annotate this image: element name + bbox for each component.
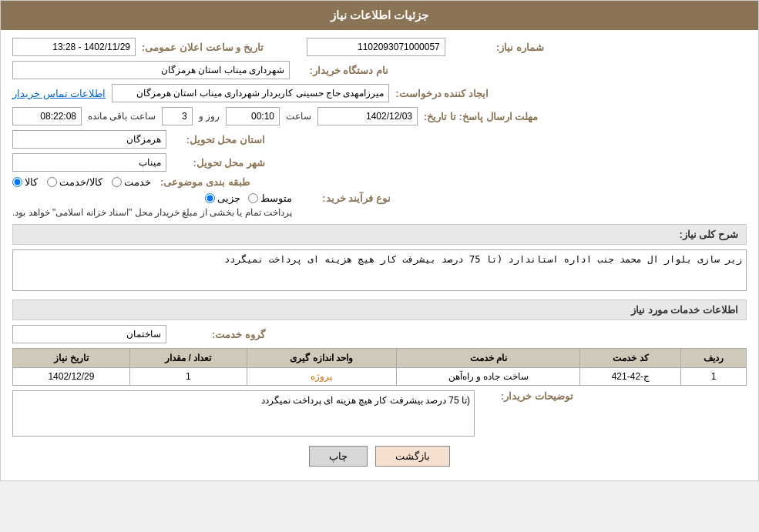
cell-name: ساخت جاده و راه‌آهن bbox=[397, 368, 580, 386]
print-button[interactable]: چاپ bbox=[309, 446, 368, 467]
purchase-type-label: نوع فرآیند خرید: bbox=[298, 192, 391, 204]
remaining-input[interactable] bbox=[12, 107, 82, 125]
purchase-minor-label: جزیی bbox=[217, 192, 240, 204]
category-label: طبقه بندی موضوعی: bbox=[157, 176, 250, 188]
buyer-org-label: نام دستگاه خریدار: bbox=[296, 65, 388, 76]
buttons-row: بازگشت چاپ bbox=[12, 446, 747, 467]
creator-label: ایجاد کننده درخواست: bbox=[395, 88, 489, 99]
deadline-hour-input[interactable] bbox=[226, 107, 280, 125]
col-header-unit: واحد اندازه گیری bbox=[247, 349, 396, 368]
table-row: 1 ج-42-421 ساخت جاده و راه‌آهن پروژه 1 1… bbox=[13, 368, 747, 386]
purchase-type-minor[interactable]: جزیی bbox=[205, 192, 240, 204]
purchase-type-partial[interactable]: متوسط bbox=[248, 192, 292, 204]
col-header-date: تاریخ نیاز bbox=[13, 349, 130, 368]
services-section-title: اطلاعات خدمات مورد نیاز bbox=[12, 299, 747, 320]
buyer-note-text: (تا 75 درصد بیشرفت کار هیچ هزینه ای پردا… bbox=[261, 395, 470, 406]
category-radio-service-input[interactable] bbox=[112, 177, 122, 187]
need-number-label: شماره نیاز: bbox=[452, 42, 544, 53]
page-header: جزئیات اطلاعات نیاز bbox=[1, 1, 758, 30]
services-table: ردیف کد خدمت نام خدمت واحد اندازه گیری ت… bbox=[12, 348, 747, 386]
page-title: جزئیات اطلاعات نیاز bbox=[331, 8, 428, 22]
col-header-code: کد خدمت bbox=[580, 349, 681, 368]
category-radio-group: خدمت کالا/خدمت کالا bbox=[12, 176, 151, 188]
deadline-label: مهلت ارسال پاسخ: تا تاریخ: bbox=[424, 111, 538, 122]
buyer-note-box: (تا 75 درصد بیشرفت کار هیچ هزینه ای پردا… bbox=[12, 390, 475, 437]
cell-qty: 1 bbox=[129, 368, 247, 386]
cell-date: 1402/12/29 bbox=[13, 368, 130, 386]
category-goods-service-label: کالا/خدمت bbox=[59, 176, 102, 188]
category-radio-goods[interactable]: کالا bbox=[12, 176, 38, 188]
category-goods-label: کالا bbox=[25, 176, 38, 188]
city-input[interactable] bbox=[12, 153, 166, 172]
category-radio-goods-service[interactable]: کالا/خدمت bbox=[47, 176, 102, 188]
need-desc-textarea[interactable]: زیر سازی بلوار ال محمد جنب اداره استاندا… bbox=[12, 249, 747, 291]
buyer-org-input[interactable] bbox=[12, 61, 290, 79]
category-radio-service[interactable]: خدمت bbox=[112, 176, 151, 188]
announce-date-input[interactable] bbox=[12, 38, 136, 56]
purchase-medium-input[interactable] bbox=[248, 193, 258, 203]
category-service-label: خدمت bbox=[124, 176, 151, 188]
province-input[interactable] bbox=[12, 130, 166, 149]
need-desc-section-title: شرح کلی نیاز: bbox=[12, 224, 747, 245]
service-group-input[interactable] bbox=[12, 325, 166, 343]
purchase-partial-label: متوسط bbox=[260, 192, 292, 204]
purchase-note: پرداخت تمام یا بخشی از مبلغ خریدار محل "… bbox=[12, 207, 292, 218]
announce-time-label: تاریخ و ساعت اعلان عمومی: bbox=[142, 42, 264, 53]
province-label: استان محل تحویل: bbox=[173, 134, 265, 146]
purchase-type-options: متوسط جزیی پرداخت تمام یا بخشی از مبلغ خ… bbox=[12, 192, 292, 218]
col-header-qty: تعداد / مقدار bbox=[129, 349, 247, 368]
need-number-input[interactable] bbox=[307, 38, 445, 56]
day-label: روز و bbox=[199, 111, 220, 122]
col-header-row: ردیف bbox=[681, 349, 747, 368]
cell-row: 1 bbox=[681, 368, 747, 386]
purchase-type-row1: متوسط جزیی bbox=[12, 192, 292, 204]
hour-label: ساعت bbox=[286, 111, 311, 122]
back-button[interactable]: بازگشت bbox=[375, 446, 450, 467]
category-radio-goods-service-input[interactable] bbox=[47, 177, 57, 187]
creator-input[interactable] bbox=[112, 84, 389, 102]
purchase-minor-input[interactable] bbox=[205, 193, 215, 203]
service-group-label: گروه خدمت: bbox=[173, 329, 265, 340]
city-label: شهر محل تحویل: bbox=[173, 157, 265, 169]
contact-link[interactable]: اطلاعات تماس خریدار bbox=[12, 88, 106, 99]
cell-unit[interactable]: پروژه bbox=[247, 368, 396, 386]
buyer-note-label: توضیحات خریدار: bbox=[481, 390, 573, 402]
deadline-days-input[interactable] bbox=[162, 107, 193, 125]
col-header-name: نام خدمت bbox=[397, 349, 580, 368]
remaining-label: ساعت باقی مانده bbox=[88, 111, 156, 122]
cell-code: ج-42-421 bbox=[580, 368, 681, 386]
deadline-date-input[interactable] bbox=[317, 107, 418, 125]
category-radio-goods-input[interactable] bbox=[12, 177, 22, 187]
